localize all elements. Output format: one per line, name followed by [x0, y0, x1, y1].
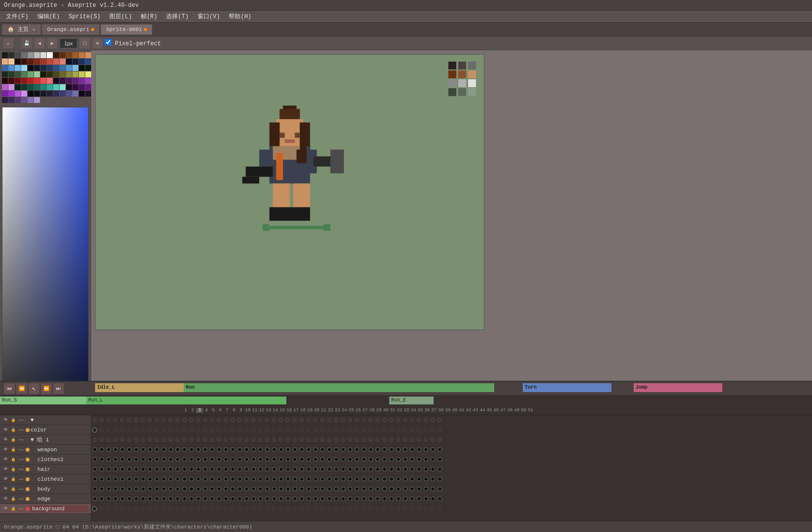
frame-cell[interactable] — [126, 465, 133, 474]
frame-cell[interactable] — [146, 435, 153, 444]
frame-cell[interactable] — [264, 426, 271, 434]
palette-color-22[interactable] — [53, 59, 59, 65]
palette-color-99[interactable] — [8, 97, 14, 103]
palette-color-31[interactable] — [21, 65, 27, 71]
frame-cell[interactable] — [429, 435, 436, 444]
frame-cell[interactable] — [139, 455, 146, 464]
frame-cell[interactable] — [98, 445, 105, 454]
frame-cell[interactable] — [415, 416, 422, 425]
frame-num-46[interactable]: 46 — [493, 408, 500, 413]
frame-cell[interactable] — [374, 455, 381, 464]
frame-cell[interactable] — [195, 485, 202, 494]
frame-cell[interactable] — [360, 435, 367, 444]
subtag-run_e[interactable]: Run_E — [389, 397, 434, 404]
frame-cell[interactable] — [422, 465, 429, 474]
frame-cell[interactable] — [402, 465, 408, 474]
frame-cell[interactable] — [153, 485, 160, 494]
frame-num-50[interactable]: 50 — [520, 408, 527, 413]
frame-num-43[interactable]: 43 — [472, 408, 479, 413]
anim-next[interactable]: ⏩ — [41, 383, 52, 394]
frame-cell[interactable] — [339, 416, 346, 425]
frame-cell[interactable] — [208, 504, 215, 513]
frame-cell[interactable] — [243, 426, 250, 434]
frame-cell[interactable] — [236, 504, 243, 513]
palette-color-42[interactable] — [2, 71, 8, 77]
frame-cell[interactable] — [126, 504, 133, 513]
frame-cell[interactable] — [153, 465, 160, 474]
layer-row-hair[interactable]: 👁🔒••hair — [0, 465, 91, 474]
frame-cell[interactable] — [181, 495, 188, 503]
frame-cell[interactable] — [160, 504, 167, 513]
frame-cell[interactable] — [174, 445, 181, 454]
frame-cell[interactable] — [353, 504, 360, 513]
palette-color-2[interactable] — [15, 52, 21, 58]
frame-cell[interactable] — [381, 504, 388, 513]
palette-color-54[interactable] — [79, 71, 85, 77]
frame-cell[interactable] — [367, 475, 374, 484]
layer-lock-icon[interactable]: 🔒 — [10, 446, 17, 453]
frame-cell[interactable] — [277, 475, 284, 484]
frame-cell[interactable] — [91, 445, 98, 454]
frame-cell[interactable] — [98, 495, 105, 503]
frame-cell[interactable] — [167, 485, 174, 494]
palette-color-57[interactable] — [8, 78, 14, 84]
frame-cell[interactable] — [264, 445, 271, 454]
frame-cell[interactable] — [388, 485, 395, 494]
frame-cell[interactable] — [305, 485, 312, 494]
frame-cell[interactable] — [436, 495, 443, 503]
frame-cell[interactable] — [250, 416, 257, 425]
frame-cell[interactable] — [257, 495, 264, 503]
frame-cell[interactable] — [360, 475, 367, 484]
frame-num-49[interactable]: 49 — [513, 408, 520, 413]
frame-cell[interactable] — [112, 485, 119, 494]
frame-cell[interactable] — [112, 435, 119, 444]
frame-cell[interactable] — [284, 495, 291, 503]
frame-num-40[interactable]: 40 — [451, 408, 458, 413]
frame-cell[interactable] — [312, 485, 319, 494]
frame-cell[interactable] — [229, 485, 236, 494]
frame-cell[interactable] — [415, 426, 422, 434]
frame-cell[interactable] — [146, 504, 153, 513]
frame-cell[interactable] — [167, 426, 174, 434]
frame-cell[interactable] — [422, 416, 429, 425]
frame-cell[interactable] — [271, 455, 277, 464]
frame-cell[interactable] — [291, 445, 298, 454]
layer-row-组 1[interactable]: 👁🔒••▼ 组 1 — [0, 435, 91, 445]
frame-cell[interactable] — [181, 504, 188, 513]
frame-cell[interactable] — [388, 495, 395, 503]
frame-cell[interactable] — [395, 416, 402, 425]
layer-options-icon[interactable]: •• — [18, 427, 25, 433]
pixel-perfect-checkbox[interactable] — [105, 39, 111, 45]
layer-options-icon[interactable]: •• — [18, 466, 25, 473]
frame-cell[interactable] — [222, 485, 229, 494]
frame-cell[interactable] — [98, 435, 105, 444]
frame-cell[interactable] — [91, 435, 98, 444]
frame-cell[interactable] — [395, 465, 402, 474]
frame-cell[interactable] — [388, 426, 395, 434]
layer-row-background[interactable]: 👁🔒••background — [0, 504, 91, 514]
frame-cell[interactable] — [105, 504, 112, 513]
frame-cell[interactable] — [408, 435, 415, 444]
frame-cell[interactable] — [339, 465, 346, 474]
frame-cell[interactable] — [326, 465, 333, 474]
frame-cell[interactable] — [429, 426, 436, 434]
frame-num-6[interactable]: 6 — [217, 408, 224, 413]
frame-cell[interactable] — [429, 455, 436, 464]
frame-cell[interactable] — [222, 416, 229, 425]
frame-cell[interactable] — [250, 455, 257, 464]
frame-cell[interactable] — [215, 465, 222, 474]
frame-cell[interactable] — [181, 475, 188, 484]
frame-cell[interactable] — [360, 504, 367, 513]
frame-cell[interactable] — [298, 455, 305, 464]
palette-color-8[interactable] — [53, 52, 59, 58]
frame-cell[interactable] — [277, 485, 284, 494]
frame-cell[interactable] — [319, 504, 326, 513]
frame-cell[interactable] — [271, 435, 277, 444]
frame-cell[interactable] — [229, 495, 236, 503]
frame-cell[interactable] — [257, 504, 264, 513]
palette-color-32[interactable] — [28, 65, 34, 71]
layer-visibility-icon[interactable]: 👁 — [2, 505, 9, 512]
frame-cell[interactable] — [146, 495, 153, 503]
frame-cell[interactable] — [181, 455, 188, 464]
menu-item-f[interactable]: 文件(F) — [2, 11, 33, 22]
